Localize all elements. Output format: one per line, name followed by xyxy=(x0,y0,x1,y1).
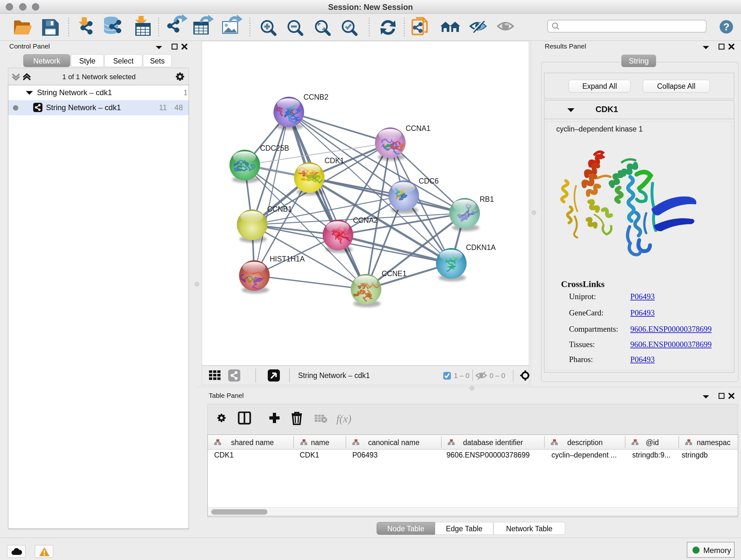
svg-text:1 – 0: 1 – 0 xyxy=(454,372,469,380)
svg-text:0 – 0: 0 – 0 xyxy=(489,372,505,380)
svg-text:name: name xyxy=(311,438,329,447)
svg-text:CDC6: CDC6 xyxy=(419,177,439,185)
svg-text:CCNA2: CCNA2 xyxy=(353,216,378,225)
svg-text:CCNA1: CCNA1 xyxy=(406,124,430,132)
svg-text:shared name: shared name xyxy=(231,438,274,447)
svg-text:HIST1H1A: HIST1H1A xyxy=(270,255,305,263)
svg-text:CDK1: CDK1 xyxy=(325,157,344,165)
svg-text:database identifier: database identifier xyxy=(463,438,523,447)
svg-text:CCNB1: CCNB1 xyxy=(267,205,292,213)
svg-text:CCNE1: CCNE1 xyxy=(382,269,407,278)
svg-text:CDC25B: CDC25B xyxy=(260,144,289,152)
svg-text:@id: @id xyxy=(646,438,659,447)
svg-text:String Network – cdk1: String Network – cdk1 xyxy=(298,371,370,380)
svg-text:CDKN1A: CDKN1A xyxy=(466,243,496,252)
svg-text:f(x): f(x) xyxy=(336,413,351,425)
svg-text:?: ? xyxy=(723,21,730,33)
svg-text:RB1: RB1 xyxy=(480,195,494,203)
svg-text:namespac: namespac xyxy=(697,438,731,447)
svg-text:CCNB2: CCNB2 xyxy=(304,93,328,101)
svg-text:description: description xyxy=(567,438,603,447)
svg-text:canonical name: canonical name xyxy=(368,438,419,447)
